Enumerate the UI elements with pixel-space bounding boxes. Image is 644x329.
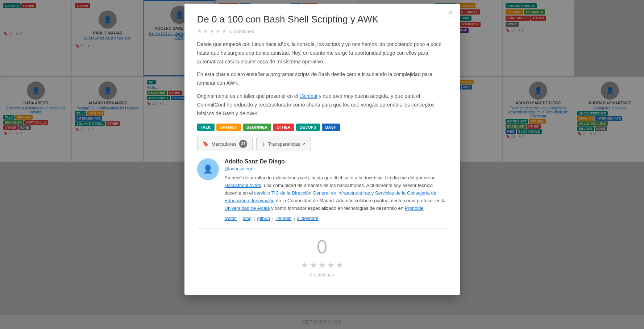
slideshare-link[interactable]: slideshare: [297, 216, 319, 221]
modal-description-3: Originalmente es un taller que presenté …: [197, 92, 447, 118]
tag-talk: TALK: [197, 124, 215, 131]
speaker-bio: Empecé desarrollando aplicaciones web, h…: [225, 174, 447, 212]
star-4: ★: [216, 28, 220, 34]
bookmark-icon: 🔖: [203, 141, 209, 147]
rating-count-label: 0 opiniones: [230, 29, 254, 34]
modal-description-2: En esta charla quiero enseñar a programa…: [197, 70, 447, 88]
bookmarks-label: Marcadores: [212, 141, 237, 147]
slides-button[interactable]: ⇓ Transparencias ↗: [256, 137, 311, 151]
modal-title: De 0 a 100 con Bash Shell Scripting y AW…: [197, 14, 447, 25]
pronoide-link[interactable]: Pronoide: [405, 205, 424, 211]
slides-label: Transparencias ↗: [268, 141, 306, 147]
modal-rating: ★ ★ ★ ★ ★ 0 opiniones: [197, 28, 447, 34]
speaker-section: 👤 Adolfo Sanz De Diego @asanzdiego Empec…: [197, 158, 447, 221]
bottom-stars: ★★★★★: [197, 261, 447, 270]
star-5: ★: [222, 28, 227, 34]
tag-devops: DEVOPS: [296, 124, 320, 131]
bottom-rating-section: 0 ★★★★★ 0 opiniones: [197, 228, 447, 285]
tag-other: OTHER: [273, 124, 294, 131]
star-3: ★: [209, 28, 214, 34]
speaker-name: Adolfo Sanz De Diego: [225, 158, 447, 165]
big-rating-number: 0: [197, 236, 447, 258]
twitter-link[interactable]: twitter: [225, 216, 237, 221]
uah-link[interactable]: Universidad de Alcalá: [225, 205, 270, 211]
download-icon: ⇓: [262, 141, 266, 147]
speaker-handle[interactable]: @asanzdiego: [225, 166, 447, 171]
star-2: ★: [203, 28, 208, 34]
tag-spanish: SPANISH: [216, 124, 241, 131]
modal-description-1: Desde que empecé con Linux hace años, la…: [197, 40, 447, 66]
bottom-rating-count: 0 opiniones: [197, 272, 447, 278]
modal-overlay[interactable]: × De 0 a 100 con Bash Shell Scripting y …: [0, 0, 644, 329]
star-1: ★: [197, 28, 202, 34]
hackathon-link[interactable]: HackathonLovers: [225, 183, 261, 188]
speaker-avatar: 👤: [197, 158, 219, 180]
modal: × De 0 a 100 con Bash Shell Scripting y …: [184, 4, 460, 295]
linkedin-link[interactable]: linkedin: [275, 216, 291, 221]
speaker-links: twitter | blog | github | linkedin | sli…: [225, 216, 447, 221]
modal-actions: 🔖 Marcadores 37 ⇓ Transparencias ↗: [197, 137, 447, 151]
tag-bash: BASH: [322, 124, 340, 131]
tag-beginner: BEGINNER: [243, 124, 271, 131]
modal-close-button[interactable]: ×: [449, 9, 453, 17]
modal-tags: TALK SPANISH BEGINNER OTHER DEVOPS BASH: [197, 124, 447, 131]
speaker-info: Adolfo Sanz De Diego @asanzdiego Empecé …: [225, 158, 447, 221]
bookmarks-button[interactable]: 🔖 Marcadores 37: [197, 137, 253, 151]
github-link[interactable]: github: [257, 216, 270, 221]
blog-link[interactable]: blog: [243, 216, 252, 221]
bookmark-count-badge: 37: [239, 140, 247, 148]
t3chfest-link[interactable]: t3chfest: [300, 93, 317, 99]
